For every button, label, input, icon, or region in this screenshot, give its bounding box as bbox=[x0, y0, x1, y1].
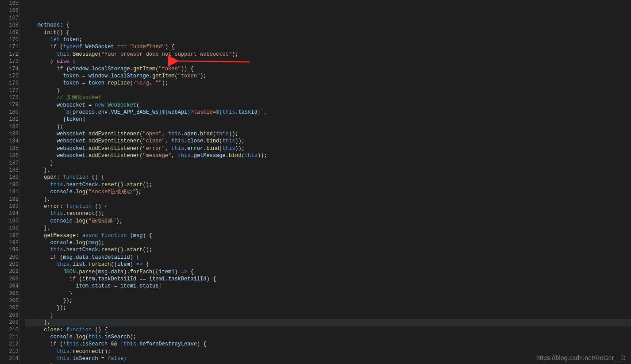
token-id: item1 bbox=[159, 269, 175, 275]
code-line[interactable]: if (msg.data.taskDetailId) { bbox=[25, 254, 631, 261]
code-line[interactable]: if (window.localStorage.getItem("token")… bbox=[25, 65, 631, 73]
token-pun: == bbox=[136, 276, 149, 282]
token-pun: ( bbox=[136, 102, 139, 108]
code-line[interactable]: close: function () { bbox=[25, 326, 631, 333]
token-id: taskId bbox=[239, 109, 258, 115]
code-line[interactable]: this.heartCheck.reset().start(); bbox=[25, 181, 631, 188]
token-id: token bbox=[88, 80, 104, 86]
code-line[interactable]: error: function () { bbox=[25, 203, 631, 210]
code-line[interactable]: websocket = new WebSocket( bbox=[25, 102, 631, 109]
code-line[interactable]: websocket.addEventListener("error", this… bbox=[25, 145, 631, 152]
token-id: msg bbox=[98, 269, 108, 275]
code-line[interactable]: if (item.taskDetailId == item1.taskDetai… bbox=[25, 276, 631, 283]
code-line[interactable]: console.log("socket连接成功"); bbox=[25, 188, 631, 195]
code-line[interactable]: if (typeof WebSocket === "undefined") { bbox=[25, 43, 631, 50]
token-str: "连接错误" bbox=[88, 218, 116, 224]
code-line[interactable]: this.list.forEach((item) => { bbox=[25, 261, 631, 268]
token-id: token bbox=[25, 73, 79, 79]
token-fn: getItem bbox=[133, 66, 155, 72]
code-line[interactable]: } else { bbox=[25, 58, 631, 65]
token-kw: this bbox=[66, 341, 79, 347]
code-line[interactable]: open: function () { bbox=[25, 174, 631, 181]
code-line[interactable]: JSON.parse(msg.data).forEach((item1) => … bbox=[25, 268, 631, 276]
token-pun: (( bbox=[111, 261, 117, 268]
code-line[interactable]: } bbox=[25, 160, 631, 167]
token-fn: init bbox=[25, 30, 57, 36]
token-kw: this bbox=[171, 146, 184, 152]
token-pun: (). bbox=[117, 182, 127, 188]
token-pun: . bbox=[226, 153, 229, 159]
token-id: window bbox=[88, 73, 108, 79]
code-line[interactable]: this.heartCheck.reset().start(); bbox=[25, 246, 631, 253]
code-line[interactable]: }, bbox=[25, 167, 631, 174]
token-pun: (); bbox=[101, 349, 111, 355]
token-pun: )); bbox=[229, 131, 239, 137]
line-number: 182 bbox=[0, 123, 19, 130]
line-number: 185 bbox=[0, 145, 19, 152]
code-line[interactable]: }); bbox=[25, 304, 631, 311]
code-line[interactable]: getMessage: async function (msg) { bbox=[25, 232, 631, 239]
line-number: 210 bbox=[0, 326, 19, 333]
token-pun: ) { bbox=[165, 44, 175, 50]
code-line[interactable]: ); bbox=[25, 123, 631, 130]
token-pun: : bbox=[60, 327, 66, 333]
token-str: "open" bbox=[142, 131, 162, 137]
line-number: 166 bbox=[0, 7, 19, 14]
token-pun: . bbox=[69, 51, 73, 57]
token-id: websocket bbox=[25, 131, 85, 137]
code-line[interactable]: this.$message("Your browser does not sup… bbox=[25, 51, 631, 58]
token-pun: === bbox=[114, 44, 130, 50]
code-line[interactable]: } bbox=[25, 290, 631, 297]
code-line[interactable]: [token] bbox=[25, 116, 631, 123]
code-area[interactable]: methods: { init() { let token; if (typeo… bbox=[25, 0, 631, 364]
token-fn: reset bbox=[101, 247, 117, 253]
code-line[interactable]: token = window.localStorage.getItem("tok… bbox=[25, 73, 631, 80]
token-kw: this bbox=[25, 211, 63, 217]
token-id: websocket bbox=[25, 138, 85, 144]
line-number: 168 bbox=[0, 22, 19, 29]
code-line[interactable]: }); bbox=[25, 297, 631, 304]
token-kw: this bbox=[25, 349, 69, 355]
line-number: 183 bbox=[0, 130, 19, 138]
code-line[interactable]: token = token.replace(/\s/g, ""); bbox=[25, 80, 631, 87]
code-line[interactable]: websocket.addEventListener("open", this.… bbox=[25, 130, 631, 138]
code-line[interactable]: }, bbox=[25, 196, 631, 203]
code-line[interactable]: console.log(msg); bbox=[25, 239, 631, 246]
code-line[interactable]: // 实例化socket bbox=[25, 94, 631, 101]
token-tmpl: } bbox=[187, 109, 190, 115]
token-pun: . bbox=[95, 109, 98, 115]
token-kw2: if bbox=[25, 254, 60, 261]
token-pun: () { bbox=[92, 327, 108, 333]
code-line[interactable]: methods: { bbox=[25, 22, 631, 29]
code-line[interactable]: this.reconnect(); bbox=[25, 210, 631, 217]
line-number-gutter: 1651661671681691701711721731741751761771… bbox=[0, 0, 25, 364]
line-number: 206 bbox=[0, 297, 19, 304]
code-line[interactable]: } bbox=[25, 312, 631, 319]
line-number: 211 bbox=[0, 333, 19, 341]
code-line[interactable]: console.log("连接错误"); bbox=[25, 218, 631, 225]
token-pun: } bbox=[25, 88, 60, 94]
code-line[interactable]: console.log(this.isSearch); bbox=[25, 333, 631, 341]
code-line[interactable]: `${process.env.VUE_APP_BASE_Ws}${webApi}… bbox=[25, 109, 631, 116]
token-id: item1 bbox=[120, 283, 136, 289]
code-line[interactable]: init() { bbox=[25, 29, 631, 36]
token-id: msg bbox=[63, 254, 73, 261]
code-line[interactable]: } bbox=[25, 363, 631, 364]
token-kw: false bbox=[108, 356, 123, 362]
code-editor[interactable]: 1651661671681691701711721731741751761771… bbox=[0, 0, 631, 364]
code-line[interactable]: }, bbox=[25, 225, 631, 232]
code-line[interactable]: item.status = item1.status; bbox=[25, 283, 631, 290]
code-line[interactable]: if (!this.isSearch && !this.beforeDestro… bbox=[25, 341, 631, 348]
token-id: localStorage bbox=[111, 73, 149, 79]
code-line[interactable]: } bbox=[25, 87, 631, 94]
code-line[interactable]: websocket.addEventListener("message", th… bbox=[25, 152, 631, 159]
code-line[interactable]: let token; bbox=[25, 36, 631, 43]
token-str: "message" bbox=[142, 153, 171, 159]
code-line[interactable]: }, bbox=[25, 319, 631, 326]
token-fn: bind bbox=[229, 153, 242, 159]
code-line[interactable]: websocket.addEventListener("close", this… bbox=[25, 138, 631, 145]
token-pun: . bbox=[235, 109, 238, 115]
token-id: item bbox=[82, 276, 95, 282]
token-pun: . bbox=[69, 349, 73, 355]
token-tmpl: } bbox=[258, 109, 261, 115]
